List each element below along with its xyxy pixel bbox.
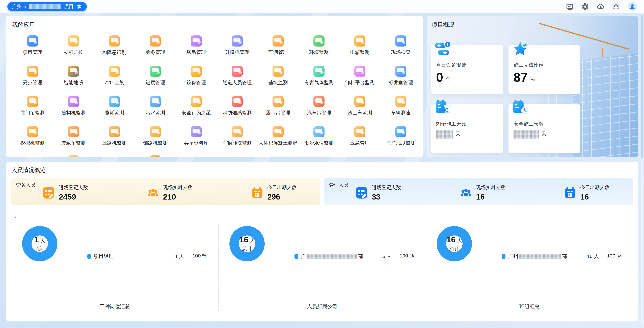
app-item[interactable]: 车辆冲洗监测	[217, 121, 258, 152]
overview-card-unit: 天	[541, 130, 546, 138]
my-apps-title: 我的应用	[12, 21, 417, 29]
app-item[interactable]: 压路机监测	[94, 121, 135, 152]
app-icon	[191, 66, 202, 77]
calendar-clock-icon	[512, 99, 530, 117]
app-icon-glyph	[192, 98, 200, 103]
app-label: 劳务管理	[146, 49, 165, 56]
app-label: 亮点管理	[23, 79, 42, 86]
overview-card: 今日设备报警 0 个	[431, 45, 503, 94]
project-switcher[interactable]: 广州市 项目	[8, 2, 87, 11]
app-item[interactable]: 基坑监测	[258, 61, 298, 91]
app-item[interactable]: 720°全景	[94, 61, 135, 91]
app-item[interactable]: 能耗监测	[94, 91, 135, 121]
app-item[interactable]: 视频监控	[53, 31, 94, 61]
app-item[interactable]: 共享资料库	[176, 121, 217, 152]
app-item[interactable]: 车辆管理	[258, 31, 298, 61]
app-item[interactable]: 进度管理	[135, 61, 176, 91]
app-item[interactable]: 环境监测	[298, 31, 340, 61]
handbook-icon[interactable]	[612, 3, 620, 11]
app-icon-glyph	[29, 38, 36, 42]
app-icon-glyph	[192, 129, 200, 133]
settings-gear-icon[interactable]	[581, 3, 589, 11]
app-item[interactable]: 有害气体监测	[298, 61, 340, 91]
app-icon-glyph	[356, 129, 363, 133]
app-item[interactable]: 履带吊管理	[258, 91, 298, 121]
app-label: 装载车监测	[62, 140, 86, 146]
people-icon	[147, 187, 159, 199]
app-item[interactable]: 隧道人员管理	[217, 61, 258, 91]
app-item[interactable]: 卸料平台监测	[340, 61, 380, 91]
overview-card-value-redacted	[436, 130, 453, 138]
app-item[interactable]: 设备管理	[176, 61, 217, 91]
stat-value: 2459	[59, 192, 88, 201]
app-label: 龙门吊监测	[20, 109, 45, 116]
management-strip: 管理人员 进场登记人数 33 现场实时人数 16 班 今日出勤人数 16	[324, 178, 633, 205]
svg-text:班: 班	[568, 193, 572, 197]
app-item[interactable]: 渣土车监测	[340, 91, 380, 121]
legend-color-marker	[294, 254, 298, 259]
app-item[interactable]: 现场检查	[380, 31, 421, 61]
app-item[interactable]: 应急管理	[340, 121, 380, 152]
apps-grid: 项目管理 视频监控 AI隐患识别 劳务管理 塔吊管理 升降机管理 车辆管理 环境…	[12, 29, 417, 152]
app-item[interactable]: 挖掘机监测	[12, 121, 53, 152]
project-overview-panel: 项目概况 今日设备报警 0 个 施工完成比例 87 % 剩余施工天数 天 安全施…	[427, 16, 638, 157]
app-icon	[314, 66, 324, 77]
app-icon	[395, 96, 406, 107]
app-item[interactable]: 污水监测	[135, 91, 176, 121]
app-icon-glyph	[397, 98, 404, 103]
app-item[interactable]: 大体积混凝土测温	[258, 121, 298, 152]
app-icon-glyph	[70, 129, 77, 133]
app-item[interactable]: 盾构机监测	[53, 91, 94, 121]
legend-count: 16 人	[380, 253, 392, 260]
monitor-chart-icon[interactable]	[566, 3, 574, 11]
page-scrollbar[interactable]	[641, 14, 643, 325]
chart-legend-row: 广 部 16 人 100 %	[294, 253, 414, 260]
app-icon	[68, 66, 79, 77]
app-label: 现场检查	[391, 49, 410, 56]
app-item[interactable]: 消防烟感监测	[217, 91, 258, 121]
app-item[interactable]: 塔吊管理	[176, 31, 217, 61]
app-item[interactable]: 劳务管理	[135, 31, 176, 61]
app-item[interactable]: 智能地磅	[53, 61, 94, 91]
app-item[interactable]: 亮点管理	[12, 61, 53, 91]
app-item[interactable]: 安全行为之星	[176, 91, 217, 121]
app-label: 塔吊管理	[186, 49, 206, 56]
app-label: 渣土车监测	[348, 109, 372, 116]
app-item[interactable]: 汽车吊管理	[298, 91, 340, 121]
app-icon-glyph	[192, 68, 200, 72]
app-item[interactable]: AI隐患识别	[94, 31, 135, 61]
cloud-download-icon[interactable]	[597, 3, 604, 11]
app-icon-glyph	[315, 38, 322, 42]
app-item[interactable]: 标养室管理	[380, 61, 421, 91]
legend-color-marker	[502, 254, 506, 259]
app-label: 汽车吊管理	[307, 109, 331, 116]
stat-item: 现场实时人数 210	[147, 184, 192, 201]
user-avatar[interactable]	[628, 2, 637, 12]
app-label: 隧道人员管理	[222, 79, 252, 86]
app-item[interactable]: 潮汐水位监测	[298, 121, 340, 152]
donut-chart: 1 人 总计	[22, 226, 57, 261]
app-item[interactable]: 项目管理	[12, 31, 53, 61]
donut-chart: 16 人 总计	[437, 226, 472, 261]
stat-text: 现场实时人数 210	[163, 184, 192, 201]
app-item[interactable]: 龙门吊监测	[12, 91, 53, 121]
app-item[interactable]: 车辆测速	[380, 91, 421, 121]
overview-card-unit: 天	[456, 130, 460, 138]
project-overview-title: 项目概况	[432, 21, 633, 29]
personnel-charts: 1 人 总计 项目经理 1 人 100 % 工种岗位汇总 16 人 总计	[12, 224, 633, 311]
app-item[interactable]: 铺路机监测	[135, 121, 176, 152]
legend-name-prefix: 项目经理	[94, 253, 114, 260]
app-item[interactable]: 电箱监测	[340, 31, 380, 61]
legend-name-suffix: 部	[562, 253, 567, 260]
app-icon	[150, 36, 161, 47]
overview-card-value-row: 87 %	[514, 71, 575, 84]
stat-item: 班 今日出勤人数 16	[564, 184, 610, 201]
app-item[interactable]: 海洋浊度监测	[380, 121, 421, 152]
app-item[interactable]: 升降机管理	[217, 31, 258, 61]
project-name-suffix: 项目	[64, 3, 74, 10]
stat-item: 进场登记人数 2459	[42, 184, 88, 201]
app-label: 项目管理	[23, 49, 42, 56]
app-icon	[232, 36, 243, 47]
scrollbar-thumb[interactable]	[641, 15, 643, 158]
app-item[interactable]: 装载车监测	[53, 121, 94, 152]
